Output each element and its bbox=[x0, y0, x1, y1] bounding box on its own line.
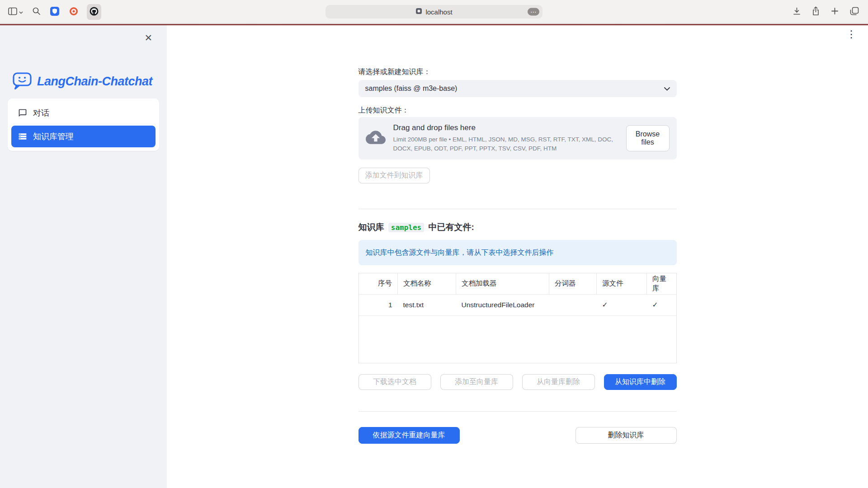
table-row[interactable]: 1 test.txt UnstructuredFileLoader ✓ ✓ bbox=[359, 294, 676, 315]
app-menu-button[interactable]: ⋮ bbox=[844, 29, 859, 40]
table-header-row: 序号 文档名称 文档加载器 分词器 源文件 向量库 bbox=[359, 273, 676, 294]
download-icon bbox=[793, 7, 801, 17]
app-logo: LangChain-Chatchat bbox=[12, 70, 152, 92]
site-favicon-icon bbox=[415, 8, 422, 16]
col-header-source-file[interactable]: 源文件 bbox=[597, 273, 647, 294]
kb-bottom-buttons: 依据源文件重建向量库 删除知识库 bbox=[359, 427, 677, 444]
share-icon bbox=[812, 6, 820, 17]
heading-suffix: 中已有文件: bbox=[426, 222, 474, 232]
kb-name-code: samples bbox=[388, 223, 424, 232]
file-uploader-dropzone[interactable]: Drag and drop files here Limit 200MB per… bbox=[359, 117, 677, 160]
col-header-loader[interactable]: 文档加载器 bbox=[456, 273, 549, 294]
downloads-button[interactable] bbox=[792, 6, 802, 18]
chevron-down-icon bbox=[664, 84, 670, 93]
kb-select-label: 请选择或新建知识库： bbox=[359, 67, 677, 76]
browser-toolbar: localhost ⋯ bbox=[0, 0, 868, 23]
sidebar-toggle-button[interactable] bbox=[7, 6, 24, 18]
toolbar-right-group bbox=[792, 0, 860, 23]
show-tabs-button[interactable] bbox=[849, 6, 860, 18]
extension-ring-button[interactable] bbox=[68, 5, 80, 19]
heading-prefix: 知识库 bbox=[359, 222, 387, 232]
toolbar-left-group bbox=[7, 0, 101, 23]
github-icon bbox=[89, 6, 99, 18]
kb-selectbox[interactable]: samples (faiss @ m3e-base) bbox=[359, 80, 677, 97]
panel-icon bbox=[8, 7, 17, 17]
table-action-buttons: 下载选中文档 添加至向量库 从向量库删除 从知识库中删除 bbox=[359, 374, 677, 390]
divider bbox=[359, 411, 677, 412]
extension-github-button[interactable] bbox=[88, 5, 100, 19]
delete-from-kb-button[interactable]: 从知识库中删除 bbox=[604, 374, 677, 390]
divider bbox=[359, 209, 677, 209]
tabs-overview-icon bbox=[850, 7, 859, 17]
cell-source-file-check: ✓ bbox=[597, 294, 647, 315]
dropzone-texts: Drag and drop files here Limit 200MB per… bbox=[393, 123, 618, 153]
extensions-overflow-badge[interactable]: ⋯ bbox=[528, 8, 539, 16]
col-header-index[interactable]: 序号 bbox=[359, 273, 398, 294]
address-bar[interactable]: localhost ⋯ bbox=[326, 5, 542, 19]
add-files-to-kb-button[interactable]: 添加文件到知识库 bbox=[359, 168, 430, 183]
menu-item-label: 对话 bbox=[33, 108, 49, 118]
cell-vector-store-check: ✓ bbox=[647, 294, 676, 315]
sidebar: ✕ LangChain-Chatchat 对话 知识库管理 bbox=[0, 25, 167, 488]
chat-icon bbox=[18, 108, 27, 117]
col-header-filename[interactable]: 文档名称 bbox=[398, 273, 456, 294]
cell-index: 1 bbox=[359, 294, 398, 315]
dropzone-instruction: Drag and drop files here bbox=[393, 123, 618, 132]
shield-extension-icon bbox=[50, 6, 60, 18]
sidebar-close-button[interactable]: ✕ bbox=[142, 33, 155, 43]
sidebar-menu: 对话 知识库管理 bbox=[8, 99, 159, 151]
col-header-splitter[interactable]: 分词器 bbox=[549, 273, 597, 294]
menu-item-label: 知识库管理 bbox=[33, 131, 74, 142]
cloud-upload-icon bbox=[366, 127, 386, 149]
delete-kb-button[interactable]: 删除知识库 bbox=[576, 427, 677, 444]
download-selected-button[interactable]: 下载选中文档 bbox=[359, 374, 431, 390]
info-alert: 知识库中包含源文件与向量库，请从下表中选择文件后操作 bbox=[359, 240, 677, 265]
kb-files-table: 序号 文档名称 文档加载器 分词器 源文件 向量库 1 test.txt Uns… bbox=[359, 273, 677, 363]
content-column: 请选择或新建知识库： samples (faiss @ m3e-base) 上传… bbox=[359, 25, 677, 444]
upload-label: 上传知识文件： bbox=[359, 106, 677, 115]
extension-shield-button[interactable] bbox=[49, 5, 61, 19]
add-to-vector-store-button[interactable]: 添加至向量库 bbox=[440, 374, 513, 390]
dropzone-limit: Limit 200MB per file • EML, HTML, JSON, … bbox=[393, 135, 618, 153]
plus-icon bbox=[830, 7, 839, 17]
cell-filename: test.txt bbox=[398, 294, 456, 315]
extension-github-active bbox=[87, 4, 101, 20]
logo-chat-bubble-icon bbox=[12, 70, 33, 92]
database-icon bbox=[18, 132, 27, 141]
search-icon bbox=[32, 7, 41, 17]
url-text: localhost bbox=[425, 8, 452, 16]
sidebar-item-kb-management[interactable]: 知识库管理 bbox=[11, 126, 156, 147]
col-header-vector-store[interactable]: 向量库 bbox=[647, 273, 676, 294]
cell-splitter bbox=[549, 294, 597, 315]
kb-files-heading: 知识库 samples 中已有文件: bbox=[359, 222, 677, 233]
rebuild-vector-store-button[interactable]: 依据源文件重建向量库 bbox=[359, 427, 460, 444]
chevron-down-icon bbox=[19, 9, 23, 15]
new-tab-button[interactable] bbox=[830, 6, 840, 18]
browser-search-button[interactable] bbox=[31, 6, 42, 18]
logo-text: LangChain-Chatchat bbox=[37, 75, 152, 89]
kb-selectbox-value: samples (faiss @ m3e-base) bbox=[365, 84, 458, 93]
cell-loader: UnstructuredFileLoader bbox=[456, 294, 549, 315]
share-button[interactable] bbox=[811, 5, 821, 18]
browse-files-button[interactable]: Browse files bbox=[626, 125, 670, 151]
remove-from-vector-store-button[interactable]: 从向量库删除 bbox=[522, 374, 595, 390]
sidebar-item-dialogue[interactable]: 对话 bbox=[11, 102, 156, 124]
ring-extension-icon bbox=[69, 6, 79, 18]
main-area: ⋮ 请选择或新建知识库： samples (faiss @ m3e-base) … bbox=[167, 25, 868, 488]
